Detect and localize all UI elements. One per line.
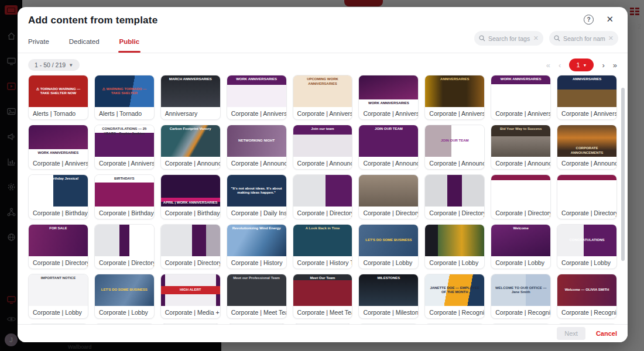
template-card[interactable]: ⚠ WARNING TORNADO — TAKE SHELTERAlerts |… [94,75,155,120]
template-card[interactable]: BIRTHDAYSCorporate | Birthdays [94,174,155,219]
search-icon [554,35,560,42]
thumbnail-caption: MARCH ANNIVERSARIES [161,75,220,84]
template-card[interactable]: Corporate | Directory (G... [358,174,419,219]
template-thumbnail: WORK ANNIVERSARIES [29,125,88,157]
template-card[interactable]: LET'S DO SOME BUSINESSCorporate | Lobby [358,224,419,269]
template-label: Anniversary [161,107,220,117]
chevron-down-icon: ▼ [68,63,73,68]
template-card[interactable]: Join our teamCorporate | Announcem... [293,125,353,170]
next-page-button[interactable]: › [602,61,604,69]
template-card[interactable]: JANETTE DOE — EMPLOYEE OF THE MONTHCorpo… [424,274,485,319]
range-selector[interactable]: 1 - 50 / 219 ▼ [28,59,80,71]
template-thumbnail: NETWORKING NIGHT [227,125,286,157]
template-card[interactable]: ANNIVERSARIESCorporate | Anniversari... [557,75,617,120]
thumbnail-caption: WELCOME TO OUR OFFICE — Jane Smith [491,284,550,297]
template-card[interactable]: FOR SALECorporate | Directory (... [28,224,88,269]
search-name-input[interactable] [563,35,605,42]
template-label: Corporate | Anniversari... [227,107,286,117]
thumbnail-caption: Join our team [293,125,352,133]
template-card[interactable]: ANNIVERSARIESCorporate | Anniversari... [424,75,485,120]
template-thumbnail: CORPORATE ANNOUNCEMENTS [557,125,616,157]
search-tags-field[interactable]: ✕ [474,31,543,46]
thumbnail-caption: Meet Our Team [293,274,352,283]
template-label: Corporate | Announcem... [491,157,550,167]
thumbnail-caption: "It's not about ideas. It's about making… [227,185,286,197]
template-card[interactable]: CONGRATULATIONS — 25 YEARS · Sophia Jenk… [94,125,155,170]
template-card[interactable]: Corporate | Directory (... [557,174,617,219]
template-card[interactable]: Welcome — OLIVIA SMITHCorporate | Recogn… [557,274,617,319]
template-label: Corporate | Meet Team [293,306,352,316]
help-icon[interactable]: ? [584,15,594,25]
tab-private[interactable]: Private [28,38,49,53]
template-card[interactable]: HIGH ALERTCorporate | Media + RSS... [160,274,221,319]
template-card[interactable]: ⚠ TORNADO WARNING — TAKE SHELTER NOWAler… [28,75,88,120]
template-thumbnail: JOIN OUR TEAM [425,125,484,157]
first-page-button[interactable]: « [546,61,550,69]
template-thumbnail: IMPORTANT NOTICE [29,274,88,306]
close-icon[interactable]: ✕ [606,14,614,25]
template-label: Corporate | Anniversari... [425,107,484,117]
template-card[interactable]: Happy Birthday Jessica!Corporate | Birth… [28,174,88,219]
template-card[interactable]: UPCOMING WORK ANNIVERSARIESCorporate | A… [293,75,353,120]
prev-page-button[interactable]: ‹ [559,61,561,69]
next-button[interactable]: Next [557,327,585,340]
template-card[interactable]: Meet our Professional TeamCorporate | Me… [227,274,287,319]
template-label: Corporate | Directory (... [557,207,616,216]
template-card[interactable]: NETWORKING NIGHTCorporate | Announcem... [227,125,287,170]
template-card[interactable]: Meet Our TeamCorporate | Meet Team [293,274,353,319]
template-card[interactable]: CORPORATE ANNOUNCEMENTSCorporate | Annou… [557,125,617,170]
template-card[interactable]: WORK ANNIVERSARIESCorporate | Anniversar… [227,75,287,120]
template-card[interactable]: WelcomeCorporate | Lobby [491,224,551,269]
cancel-button[interactable]: Cancel [596,330,617,337]
template-card[interactable]: WORK ANNIVERSARIESCorporate | Anniversar… [491,75,551,120]
template-card[interactable]: APRIL | WORK ANNIVERSARIESCorporate | Bi… [160,174,221,219]
template-card[interactable]: Revolutionizing Wind EnergyCorporate | H… [227,224,287,269]
template-card[interactable]: "It's not about ideas. It's about making… [227,174,287,219]
tab-dedicated[interactable]: Dedicated [69,38,100,53]
thumbnail-caption: WORK ANNIVERSARIES [359,99,418,108]
template-card[interactable]: WORK ANNIVERSARIESCorporate | Anniversar… [28,125,88,170]
template-label: Corporate | Lobby [95,306,154,316]
template-thumbnail: CONGRATULATIONS — 25 YEARS · Sophia Jenk… [95,125,154,157]
template-thumbnail: WORK ANNIVERSARIES [359,75,418,107]
template-label: Corporate | Directory (G... [359,207,418,216]
tab-public[interactable]: Public [119,38,140,53]
template-card[interactable]: Corporate | Directory (G... [491,174,551,219]
scrollbar[interactable] [621,88,625,261]
template-thumbnail: LET'S DO SOME BUSINESS [95,274,154,306]
template-label: Corporate | Anniversari... [491,107,550,117]
template-card[interactable]: Bid Your Way to SuccessCorporate | Annou… [491,125,551,170]
template-card[interactable]: LET'S DO SOME BUSINESSCorporate | Lobby [94,274,155,319]
template-card[interactable]: MARCH ANNIVERSARIESAnniversary [160,75,221,120]
template-card[interactable]: IMPORTANT NOTICECorporate | Lobby [28,274,88,319]
template-card[interactable]: Corporate | Directory (G... [424,174,485,219]
template-card[interactable]: WELCOME TO OUR OFFICE — Jane SmithCorpor… [491,274,551,319]
search-tags-input[interactable] [488,35,530,42]
template-label: Corporate | History [227,256,286,266]
template-card[interactable]: Corporate | Directory (... [160,224,221,269]
page-select[interactable]: 1 ▼ [569,58,594,71]
template-card[interactable]: A Look Back in TimeCorporate | History T… [293,224,353,269]
template-thumbnail: JANETTE DOE — EMPLOYEE OF THE MONTH [425,274,484,306]
template-card[interactable]: Corporate | Directory (G... [293,174,353,219]
template-card[interactable]: JOIN OUR TEAMCorporate | Announcem... [424,125,485,170]
template-thumbnail [425,225,484,256]
thumbnail-caption: JOIN OUR TEAM [425,137,484,145]
template-card[interactable]: CONGRATULATIONSCorporate | Lobby [557,224,617,269]
clear-name-icon[interactable]: ✕ [608,35,614,42]
template-card[interactable]: Carbon Footprint VictoryCorporate | Anno… [160,125,221,170]
template-thumbnail: A Look Back in Time [293,225,352,256]
template-card[interactable]: JOIN OUR TEAMCorporate | Announcem... [358,125,419,170]
thumbnail-caption: APRIL | WORK ANNIVERSARIES [161,199,220,207]
template-label: Corporate | Directory (G... [293,207,352,216]
template-card[interactable]: MILESTONESCorporate | Milestones [358,274,419,319]
search-icon [479,35,485,42]
last-page-button[interactable]: » [613,61,617,69]
thumbnail-caption: Carbon Footprint Victory [161,125,220,133]
template-card[interactable]: WORK ANNIVERSARIESCorporate | Anniversar… [358,75,419,120]
search-name-field[interactable]: ✕ [549,31,618,46]
template-card[interactable]: Corporate | Lobby [424,224,485,269]
thumbnail-caption: Bid Your Way to Success [491,125,550,133]
template-card[interactable]: Corporate | Directory (... [94,224,155,269]
clear-tags-icon[interactable]: ✕ [533,35,539,42]
